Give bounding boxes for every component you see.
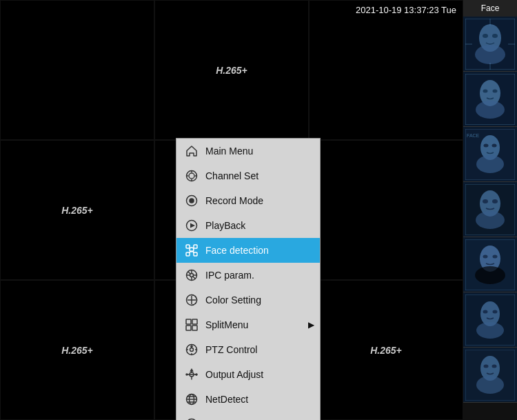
camera-cell-6[interactable]	[309, 140, 463, 280]
menu-item-main-menu[interactable]: Main Menu	[176, 139, 320, 163]
menu-label-record-mode: Record Mode	[205, 195, 263, 206]
context-menu: Main Menu Channel Set Record Mode	[176, 138, 321, 420]
codec-label-4: H.265+	[61, 205, 93, 216]
face-thumb-2[interactable]	[463, 72, 517, 127]
svg-rect-59	[186, 252, 190, 256]
svg-line-68	[188, 272, 190, 274]
channel-icon	[183, 168, 200, 184]
menu-item-record-mode[interactable]: Record Mode	[176, 188, 320, 213]
menu-label-output-adjust: Output Adjust	[205, 369, 263, 380]
svg-point-47	[189, 173, 194, 179]
menu-label-ptz-control: PTZ Control	[205, 344, 257, 355]
play-icon	[183, 217, 200, 234]
menu-item-split-menu[interactable]: SplitMenu ▶	[176, 312, 320, 337]
svg-point-45	[492, 364, 497, 368]
svg-point-25	[476, 211, 505, 229]
menu-item-playback[interactable]: PlayBack	[176, 213, 320, 238]
svg-point-4	[492, 34, 498, 38]
status-bar: 2021-10-19 13:37:23 Tue	[0, 0, 463, 19]
color-icon	[183, 292, 200, 308]
svg-point-84	[186, 374, 187, 375]
menu-item-logout[interactable]: Logout	[176, 412, 320, 420]
svg-rect-60	[194, 252, 197, 256]
svg-rect-73	[186, 319, 191, 324]
svg-rect-75	[186, 326, 191, 330]
output-icon	[183, 366, 200, 383]
camera-cell-7[interactable]: H.265+	[0, 280, 154, 420]
svg-point-27	[492, 199, 498, 203]
record-icon	[183, 192, 200, 209]
svg-point-3	[483, 34, 488, 38]
codec-label-9: H.265+	[370, 345, 402, 356]
svg-rect-74	[192, 319, 197, 324]
face-thumb-1[interactable]	[463, 17, 517, 72]
svg-text:FACE: FACE	[467, 133, 480, 138]
camera-cell-1[interactable]	[0, 0, 154, 140]
menu-item-color-setting[interactable]: Color Setting	[176, 288, 320, 312]
menu-item-face-detection[interactable]: Face detection	[176, 238, 320, 263]
menu-label-main-menu: Main Menu	[205, 146, 253, 157]
svg-point-14	[493, 89, 498, 92]
svg-rect-58	[194, 245, 197, 248]
face-thumb-7[interactable]	[463, 348, 517, 403]
logout-icon	[183, 416, 200, 420]
svg-point-13	[483, 89, 488, 92]
svg-point-20	[492, 143, 497, 147]
face-panel: Face	[463, 0, 517, 420]
face-panel-header: Face	[463, 0, 517, 17]
svg-point-63	[190, 274, 194, 277]
face-detect-icon	[183, 242, 200, 259]
svg-point-78	[190, 348, 194, 352]
menu-item-ptz-control[interactable]: PTZ Control	[176, 337, 320, 362]
camera-cell-9[interactable]: H.265+	[309, 280, 463, 420]
svg-point-54	[190, 199, 194, 203]
ptz-icon	[183, 341, 200, 358]
svg-rect-76	[192, 326, 197, 330]
menu-label-channel-set: Channel Set	[205, 170, 258, 181]
svg-point-18	[476, 155, 504, 173]
svg-point-26	[483, 199, 488, 203]
face-thumb-3[interactable]: FACE	[463, 127, 517, 182]
menu-item-ipc-param[interactable]: IPC param.	[176, 263, 320, 288]
svg-marker-56	[190, 223, 195, 228]
svg-point-83	[196, 374, 197, 375]
svg-point-39	[493, 310, 498, 313]
svg-point-31	[475, 266, 505, 284]
menu-label-playback: PlayBack	[205, 220, 245, 231]
home-icon	[183, 143, 200, 159]
menu-item-channel-set[interactable]: Channel Set	[176, 163, 320, 188]
face-thumb-5[interactable]	[463, 237, 517, 292]
menu-label-face-detection: Face detection	[205, 245, 269, 256]
svg-point-32	[483, 254, 488, 258]
codec-label-7: H.265+	[61, 345, 93, 356]
face-thumb-6[interactable]	[463, 292, 517, 348]
face-thumb-4[interactable]	[463, 182, 517, 237]
svg-point-12	[476, 101, 505, 119]
svg-rect-57	[186, 245, 190, 248]
menu-label-split-menu: SplitMenu	[205, 319, 248, 330]
svg-point-2	[475, 45, 505, 64]
svg-point-37	[476, 322, 504, 339]
svg-point-43	[476, 376, 504, 394]
camera-cell-3[interactable]	[309, 0, 463, 140]
menu-label-color-setting: Color Setting	[205, 294, 261, 306]
camera-cell-4[interactable]: H.265+	[0, 140, 154, 280]
menu-item-netdetect[interactable]: NetDetect	[176, 387, 320, 412]
split-menu-arrow: ▶	[308, 320, 314, 330]
svg-point-19	[484, 143, 489, 147]
net-icon	[183, 391, 200, 408]
svg-point-33	[493, 254, 498, 258]
split-icon	[183, 317, 200, 333]
menu-label-ipc-param: IPC param.	[205, 270, 254, 281]
ipc-icon	[183, 267, 200, 283]
codec-label-2: H.265+	[216, 65, 247, 76]
svg-line-69	[193, 277, 195, 279]
menu-label-netdetect: NetDetect	[205, 394, 248, 405]
svg-point-38	[483, 310, 488, 313]
datetime-display: 2021-10-19 13:37:23 Tue	[356, 5, 456, 15]
menu-item-output-adjust[interactable]: Output Adjust	[176, 362, 320, 387]
svg-point-44	[484, 364, 489, 368]
camera-cell-2[interactable]: H.265+	[154, 0, 309, 140]
